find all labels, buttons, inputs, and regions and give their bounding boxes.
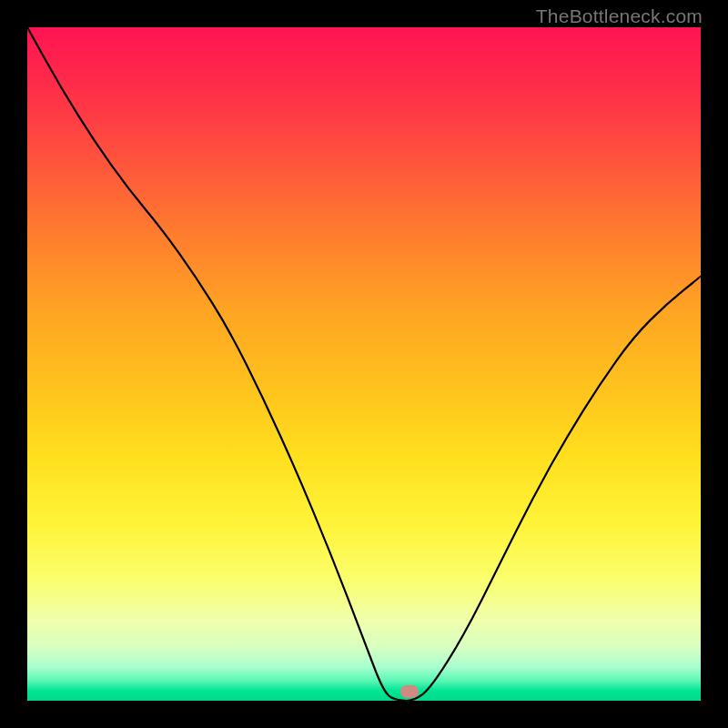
chart-canvas: TheBottleneck.com <box>0 0 728 728</box>
optimal-point-marker <box>400 685 419 698</box>
bottleneck-curve <box>27 27 701 701</box>
curve-path <box>27 27 701 701</box>
watermark-text: TheBottleneck.com <box>536 5 703 27</box>
plot-area <box>27 27 701 701</box>
